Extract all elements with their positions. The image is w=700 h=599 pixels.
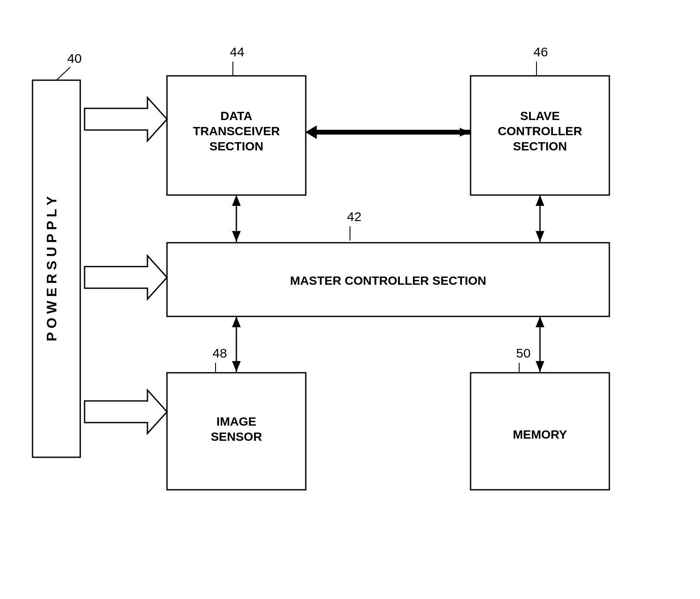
- image-sensor-label-2: SENSOR: [211, 430, 262, 443]
- master-controller-label: MASTER CONTROLLER SECTION: [290, 274, 487, 287]
- ref-46: 46: [533, 45, 548, 59]
- ref-50: 50: [516, 346, 530, 360]
- ref-48: 48: [213, 346, 227, 360]
- diagram-container: 40 P O W E R S U P P L Y 44 DATA TRANSCE…: [0, 0, 700, 599]
- data-transceiver-label-2: TRANSCEIVER: [193, 124, 280, 138]
- image-sensor-label-1: IMAGE: [216, 415, 256, 428]
- data-transceiver-label-1: DATA: [220, 109, 252, 123]
- slave-controller-label-1: SLAVE: [520, 109, 559, 123]
- power-supply-label: P O W E R S U P P L Y: [44, 196, 59, 342]
- ref-40: 40: [67, 51, 82, 65]
- ref-42: 42: [347, 209, 361, 224]
- data-transceiver-label-3: SECTION: [209, 140, 263, 153]
- slave-controller-label-2: CONTROLLER: [498, 124, 582, 138]
- ref-44: 44: [230, 45, 244, 59]
- memory-label: MEMORY: [513, 428, 567, 441]
- slave-controller-label-3: SECTION: [513, 140, 567, 153]
